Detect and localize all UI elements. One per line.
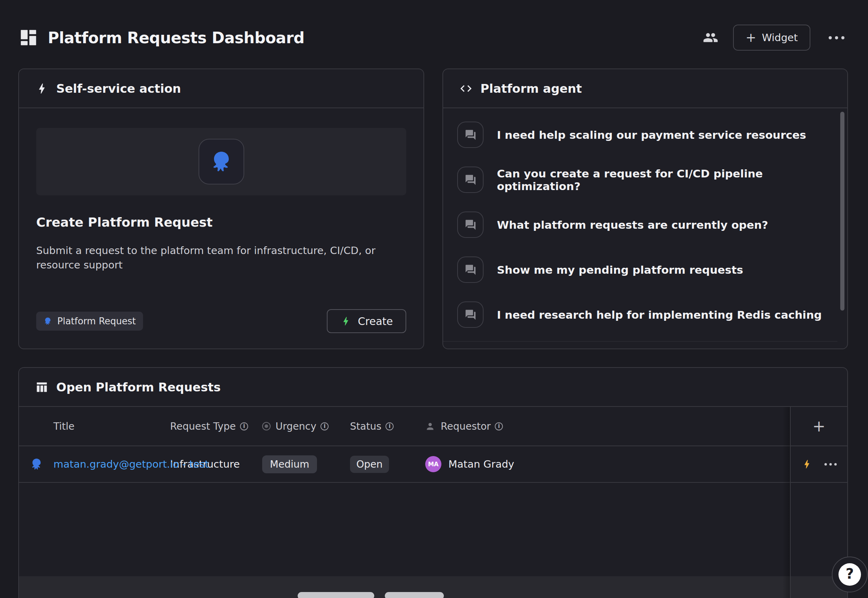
self-service-action-card: Self-service action Create Platform Requ…: [18, 69, 424, 349]
action-footer: Platform Request Create: [36, 309, 406, 333]
add-widget-label: Widget: [762, 31, 798, 43]
actions-column-divider: [790, 407, 791, 598]
blueprint-badge-label: Platform Request: [57, 316, 136, 326]
column-header-status[interactable]: Status i: [350, 420, 425, 432]
table-card-header: Open Platform Requests: [19, 368, 847, 407]
table-header-row: Title Request Type i Urgency i Status i: [19, 407, 847, 446]
urgency-badge: Medium: [262, 455, 317, 473]
column-header-request-type[interactable]: Request Type i: [170, 420, 262, 432]
octopus-badge-icon: [43, 317, 52, 326]
column-label: Title: [54, 420, 75, 432]
header-actions: + Widget: [703, 25, 848, 51]
requestor-name: Matan Grady: [448, 458, 514, 470]
create-lightning-icon: [340, 315, 352, 327]
create-button-label: Create: [358, 315, 393, 327]
self-service-card-title: Self-service action: [56, 82, 181, 96]
agent-suggestion-label: Show me my pending platform requests: [497, 263, 743, 276]
agent-suggestion[interactable]: What platform requests are currently ope…: [457, 212, 833, 238]
dashboard-icon: [18, 27, 39, 48]
agent-suggestion-label: Can you create a request for CI/CD pipel…: [497, 167, 833, 193]
lightning-icon: [35, 82, 48, 95]
sticky-column-shadow: [782, 407, 790, 598]
agent-card-title: Platform agent: [480, 82, 582, 96]
horizontal-scrollbar-thumb[interactable]: [385, 592, 444, 598]
request-title-link[interactable]: matan.grady@getport.io - test: [54, 458, 209, 470]
chat-bubble-icon: [457, 212, 483, 238]
page-header: Platform Requests Dashboard + Widget: [18, 18, 848, 57]
agent-card-header: Platform agent: [443, 69, 847, 108]
cell-status: Open: [350, 456, 425, 473]
agent-suggestion-label: What platform requests are currently ope…: [497, 218, 768, 231]
radio-icon: [262, 422, 271, 431]
table-row: matan.grady@getport.io - test Infrastruc…: [19, 446, 847, 483]
column-header-requestor[interactable]: Requestor i: [425, 420, 757, 432]
agent-suggestion[interactable]: I need help scaling our payment service …: [457, 121, 833, 148]
agent-suggestion[interactable]: Show me my pending platform requests: [457, 257, 833, 283]
chat-bubble-icon: [457, 257, 483, 283]
agent-suggestion-label: I need help scaling our payment service …: [497, 129, 806, 141]
people-icon[interactable]: [703, 30, 718, 45]
info-icon[interactable]: i: [386, 422, 394, 431]
more-options-icon[interactable]: [825, 33, 848, 43]
code-icon: [459, 82, 473, 95]
info-icon[interactable]: i: [240, 422, 248, 431]
question-mark-icon: ?: [838, 563, 861, 586]
column-header-urgency[interactable]: Urgency i: [262, 420, 350, 432]
page-title: Platform Requests Dashboard: [48, 29, 304, 47]
table-bottom-strip: [19, 576, 847, 598]
table-card-title: Open Platform Requests: [56, 380, 221, 394]
help-button[interactable]: ?: [832, 556, 868, 592]
info-icon[interactable]: i: [320, 422, 329, 431]
add-column-button[interactable]: +: [813, 419, 826, 434]
action-banner: [36, 128, 406, 195]
cell-row-actions: [791, 459, 847, 470]
cell-urgency: Medium: [262, 455, 350, 473]
column-label: Urgency: [275, 420, 316, 432]
action-title: Create Platform Request: [36, 215, 406, 229]
add-column-cell: +: [791, 419, 847, 434]
self-service-card-body: Create Platform Request Submit a request…: [19, 108, 424, 349]
horizontal-scrollbar-thumb[interactable]: [298, 592, 374, 598]
agent-scrollbar[interactable]: [840, 112, 844, 311]
plus-icon: +: [746, 31, 756, 44]
column-label: Requestor: [441, 420, 491, 432]
column-label: Request Type: [170, 420, 236, 432]
chat-bubble-icon: [457, 166, 483, 193]
column-label: Status: [350, 420, 381, 432]
agent-suggestion[interactable]: Can you create a request for CI/CD pipel…: [457, 166, 833, 193]
agent-suggestion-label: I need research help for implementing Re…: [497, 308, 822, 321]
open-platform-requests-card: Open Platform Requests Title Request Typ…: [18, 367, 848, 598]
add-widget-button[interactable]: + Widget: [733, 25, 810, 51]
create-button[interactable]: Create: [327, 309, 406, 333]
status-badge: Open: [350, 456, 389, 473]
chat-bubble-icon: [457, 121, 483, 148]
platform-requests-dashboard: Platform Requests Dashboard + Widget Sel…: [0, 0, 868, 598]
row-more-options-icon[interactable]: [825, 463, 837, 465]
cell-requestor: MA Matan Grady: [425, 456, 757, 472]
chat-bubble-icon: [457, 302, 483, 328]
platform-agent-card: Platform agent I need help scaling our p…: [443, 69, 848, 349]
action-logo-tile: [199, 139, 244, 184]
requestor-avatar: MA: [425, 456, 441, 472]
person-icon: [425, 421, 435, 431]
run-action-lightning-icon[interactable]: [801, 459, 813, 470]
info-icon[interactable]: i: [495, 422, 503, 431]
column-header-title[interactable]: Title: [19, 420, 170, 432]
table-columns-icon: [35, 381, 48, 394]
agent-suggestions-list: I need help scaling our payment service …: [443, 108, 847, 349]
cell-title: matan.grady@getport.io - test: [19, 458, 170, 470]
blueprint-badge[interactable]: Platform Request: [36, 312, 143, 330]
agent-suggestion[interactable]: I need research help for implementing Re…: [457, 302, 833, 328]
self-service-card-header: Self-service action: [19, 69, 424, 108]
octopus-entity-icon: [30, 457, 43, 471]
action-description: Submit a request to the platform team fo…: [36, 244, 384, 272]
octopus-logo-icon: [209, 149, 234, 174]
